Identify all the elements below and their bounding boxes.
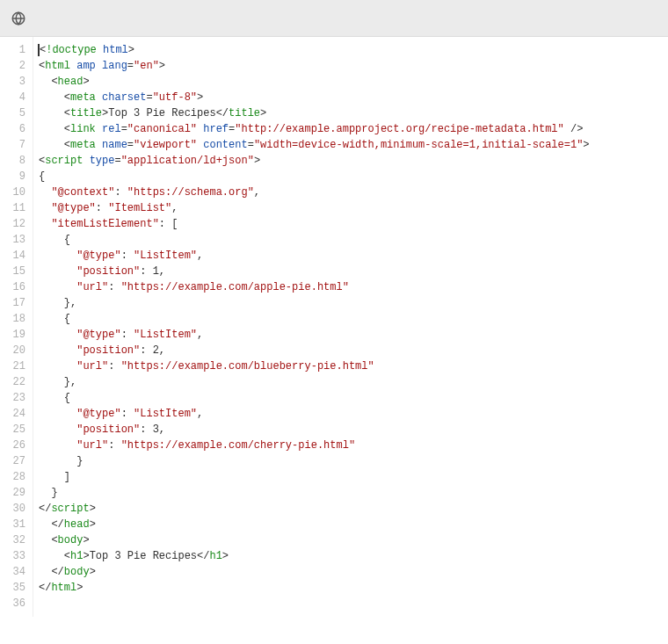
token-str: "https://example.com/blueberry-pie.html" (121, 360, 374, 373)
token-tag: title (229, 107, 260, 119)
token-attr: type (90, 155, 115, 167)
code-line[interactable]: "@type": "ListItem", (39, 327, 668, 343)
code-line[interactable]: "position": 2, (39, 343, 668, 358)
token-tag: h1 (209, 550, 221, 562)
line-number: 32 (0, 532, 25, 548)
token-txt (96, 91, 102, 104)
token-pun: </ (39, 503, 51, 515)
code-line[interactable]: "position": 1, (39, 264, 668, 279)
code-line[interactable]: <meta name="viewport" content="width=dev… (39, 137, 668, 153)
code-editor[interactable]: 1234567891011121314151617181920212223242… (0, 37, 668, 617)
token-str: "position" (76, 265, 140, 278)
token-pun: > (76, 582, 83, 594)
token-str: "@type" (76, 250, 120, 262)
code-line[interactable]: <link rel="canonical" href="http://examp… (39, 121, 668, 137)
globe-icon[interactable] (11, 11, 26, 26)
code-line[interactable]: </body> (39, 564, 668, 580)
line-number: 29 (0, 485, 25, 501)
token-attr: amp (76, 60, 96, 72)
code-line[interactable]: <html amp lang="en"> (39, 58, 668, 74)
code-line[interactable]: "url": "https://example.com/cherry-pie.h… (39, 438, 668, 453)
token-txt: : (96, 202, 108, 214)
token-str: "viewport" (134, 139, 197, 151)
token-attr: content (203, 139, 247, 151)
token-pun: </ (39, 582, 51, 594)
token-tag: head (58, 76, 84, 88)
line-number: 21 (0, 358, 25, 374)
token-str: "ItemList" (108, 202, 171, 214)
code-line[interactable]: </head> (39, 517, 668, 532)
token-str: "width=device-width,minimum-scale=1,init… (254, 139, 583, 151)
token-txt: : (114, 186, 127, 199)
token-str: "url" (76, 360, 108, 373)
code-line[interactable]: "@type": "ListItem", (39, 406, 668, 422)
code-line[interactable]: ] (39, 469, 668, 485)
token-pun: < (64, 550, 70, 562)
token-txt: { (64, 392, 70, 404)
code-line[interactable]: <script type="application/ld+json"> (39, 153, 668, 169)
code-line[interactable]: <body> (39, 532, 668, 548)
token-tag: body (58, 534, 84, 546)
code-line[interactable]: <title>Top 3 Pie Recipes</title> (39, 105, 668, 121)
token-pun: > (583, 139, 589, 151)
token-str: "@type" (51, 202, 95, 214)
line-number: 9 (0, 169, 25, 185)
token-pun: > (159, 60, 165, 72)
token-str: "@type" (76, 329, 120, 341)
token-str: "https://schema.org" (127, 186, 254, 199)
code-line[interactable]: </script> (39, 501, 668, 517)
code-line[interactable]: }, (39, 295, 668, 311)
code-area[interactable]: <!doctype html><html amp lang="en"> <hea… (33, 37, 668, 617)
token-txt: : (121, 329, 134, 341)
code-line[interactable] (39, 596, 668, 611)
code-line[interactable]: <head> (39, 74, 668, 90)
line-number: 15 (0, 264, 25, 279)
token-txt (96, 123, 102, 135)
line-number: 19 (0, 327, 25, 343)
token-pun: > (222, 550, 229, 562)
token-str: "position" (76, 423, 140, 436)
line-number: 12 (0, 216, 25, 232)
line-number: 33 (0, 548, 25, 564)
code-line[interactable]: <!doctype html> (39, 42, 668, 58)
code-line[interactable]: { (39, 311, 668, 327)
token-txt: { (39, 170, 45, 183)
code-line[interactable]: } (39, 453, 668, 469)
code-line[interactable]: <h1>Top 3 Pie Recipes</h1> (39, 548, 668, 564)
code-line[interactable]: { (39, 390, 668, 406)
token-txt: : (108, 281, 120, 293)
line-number: 10 (0, 185, 25, 200)
token-txt (83, 155, 89, 167)
token-pun: < (51, 76, 57, 88)
code-line[interactable]: "position": 3, (39, 422, 668, 438)
token-str: "https://example.com/cherry-pie.html" (121, 439, 355, 452)
code-line[interactable]: } (39, 485, 668, 501)
line-number: 36 (0, 596, 25, 611)
token-txt: , (254, 186, 260, 199)
token-txt: }, (64, 376, 76, 388)
token-pun: = (127, 139, 134, 151)
token-txt: : 2, (140, 344, 165, 357)
code-line[interactable]: "url": "https://example.com/apple-pie.ht… (39, 279, 668, 295)
code-line[interactable]: "url": "https://example.com/blueberry-pi… (39, 358, 668, 374)
line-number: 20 (0, 343, 25, 358)
token-txt: { (64, 234, 70, 246)
token-pun: = (121, 123, 127, 135)
code-line[interactable]: "@type": "ItemList", (39, 200, 668, 216)
code-line[interactable]: "@context": "https://schema.org", (39, 185, 668, 200)
code-line[interactable]: { (39, 169, 668, 185)
token-txt (96, 139, 102, 151)
token-pun: < (64, 123, 70, 135)
token-txt: , (197, 408, 203, 420)
line-number: 24 (0, 406, 25, 422)
token-txt: } (51, 487, 57, 499)
code-line[interactable]: <meta charset="utf-8"> (39, 90, 668, 105)
code-line[interactable]: </html> (39, 580, 668, 596)
code-line[interactable]: "@type": "ListItem", (39, 248, 668, 264)
code-line[interactable]: "itemListElement": [ (39, 216, 668, 232)
token-txt: : 3, (140, 423, 165, 436)
token-attr: rel (102, 123, 121, 135)
code-line[interactable]: { (39, 232, 668, 248)
code-line[interactable]: }, (39, 374, 668, 390)
token-pun: = (127, 60, 134, 72)
